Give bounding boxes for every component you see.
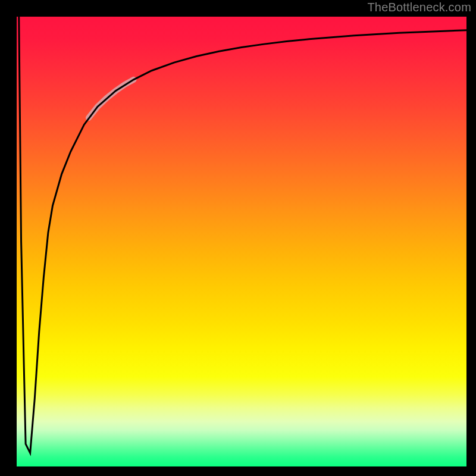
curve-svg [17,17,466,466]
bottleneck-curve [19,17,466,453]
highlight-segment [89,80,134,118]
watermark-text: TheBottleneck.com [367,1,471,14]
plot-area [17,17,466,466]
